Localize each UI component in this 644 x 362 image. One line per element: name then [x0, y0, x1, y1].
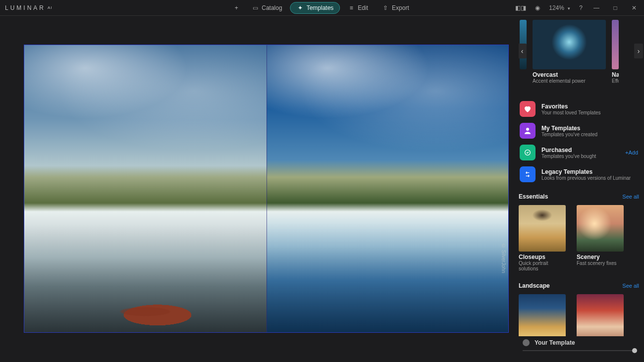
essentials-see-all[interactable]: See all [622, 194, 639, 200]
template-indicator-icon [523, 339, 530, 346]
group-legacy[interactable]: Legacy Templates Looks from previous ver… [520, 166, 642, 182]
zoom-value: 124% [549, 4, 564, 11]
your-template-row[interactable]: Your Template [523, 339, 637, 346]
carousel-next-sliver[interactable]: Na Effo [612, 20, 619, 84]
folder-icon: ▭ [252, 4, 259, 11]
section-head-landscape: Landscape See all [519, 282, 644, 289]
group-purchased[interactable]: Purchased Templates you've bought +Add [520, 145, 642, 160]
template-card-title: Closeups [519, 254, 566, 260]
window-maximize[interactable]: □ [610, 4, 620, 11]
essentials-row: Closeups Quick portrait solutions Scener… [519, 205, 644, 271]
chevron-down-icon: ▾ [568, 6, 570, 11]
brand-text: LUMINAR [5, 4, 46, 11]
heart-icon [520, 101, 536, 117]
template-card-scenery[interactable]: Scenery Fast scenery fixes [577, 205, 624, 271]
template-card-big-city-lights[interactable]: Big City Lights [519, 294, 566, 336]
templates-label: Templates [307, 4, 334, 11]
toolbar-center: + ▭ Catalog ✦ Templates ≡ Edit ⇧ Export [229, 2, 415, 14]
export-button[interactable]: ⇧ Export [376, 2, 415, 13]
help-icon[interactable]: ? [579, 4, 583, 11]
group-title: Legacy Templates [541, 168, 631, 175]
carousel-card-title: Overcast [533, 71, 606, 78]
group-title: My Templates [541, 125, 597, 132]
your-template-label: Your Template [535, 339, 575, 346]
carousel-peek-sub: Effo [612, 78, 619, 84]
window-minimize[interactable]: — [591, 4, 601, 11]
template-thumb [577, 294, 624, 336]
carousel-next[interactable]: › [634, 44, 643, 58]
export-label: Export [392, 4, 409, 11]
carousel-card-sub: Accent elemental power [533, 78, 606, 84]
edit-button[interactable]: ≡ Edit [342, 2, 374, 13]
template-thumb [519, 205, 566, 252]
watermark: © SilverJohn [501, 243, 506, 273]
group-title: Favorites [541, 103, 601, 110]
templates-panel: ‹ Overcast Accent elemental power Na Eff… [519, 16, 644, 362]
carousel-prev[interactable]: ‹ [519, 44, 527, 58]
toolbar: LUMINAR AI + ▭ Catalog ✦ Templates ≡ Edi… [0, 0, 644, 16]
group-sub: Looks from previous versions of Luminar [541, 175, 631, 181]
edit-label: Edit [358, 4, 368, 11]
carousel-peek-title: Na [612, 71, 619, 78]
group-sub: Your most loved Templates [541, 110, 601, 115]
compare-before [24, 45, 267, 332]
group-sub: Templates you've created [541, 132, 597, 137]
template-strength-slider[interactable] [523, 350, 637, 351]
catalog-button[interactable]: ▭ Catalog [246, 2, 288, 13]
template-card-closeups[interactable]: Closeups Quick portrait solutions [519, 205, 566, 271]
carousel-card-overcast[interactable]: Overcast Accent elemental power [533, 20, 606, 84]
canvas-area: © SilverJohn [0, 16, 519, 362]
purchased-add-link[interactable]: +Add [625, 150, 638, 155]
template-card-sub: Fast scenery fixes [577, 260, 624, 266]
image-compare-canvas[interactable]: © SilverJohn [24, 45, 509, 333]
compare-icon[interactable]: ◧◨ [515, 4, 526, 11]
user-icon [520, 123, 536, 139]
sparkle-icon: ✦ [297, 4, 304, 11]
compare-split-handle[interactable] [267, 45, 267, 332]
cart-icon [520, 145, 536, 160]
template-groups: Favorites Your most loved Templates My T… [519, 101, 644, 182]
landscape-row: Big City Lights Sunsets [519, 294, 644, 336]
slider-handle[interactable] [632, 348, 637, 353]
window-close[interactable]: ✕ [629, 4, 639, 11]
landscape-see-all[interactable]: See all [622, 283, 639, 289]
eye-icon[interactable]: ◉ [535, 4, 540, 11]
app-logo: LUMINAR AI [5, 4, 53, 11]
recommend-carousel: ‹ Overcast Accent elemental power Na Eff… [519, 20, 644, 89]
compare-after [267, 45, 509, 332]
brand-sup: AI [48, 5, 53, 10]
after-image [267, 45, 509, 332]
group-my-templates[interactable]: My Templates Templates you've created [520, 123, 642, 139]
swap-icon [520, 166, 536, 182]
group-title: Purchased [541, 147, 596, 154]
section-title: Essentials [519, 193, 548, 200]
main: © SilverJohn ‹ Overcast Accent elemental… [0, 16, 644, 362]
template-card-title: Scenery [577, 254, 624, 260]
templates-button[interactable]: ✦ Templates [290, 2, 340, 14]
zoom-control[interactable]: 124% ▾ [549, 4, 570, 11]
group-sub: Templates you've bought [541, 154, 596, 159]
template-thumb [519, 294, 566, 336]
before-scene [24, 160, 267, 332]
panel-scroll[interactable]: ‹ Overcast Accent elemental power Na Eff… [519, 20, 644, 336]
template-card-sub: Quick portrait solutions [519, 260, 566, 271]
template-card-sunsets[interactable]: Sunsets [577, 294, 624, 336]
catalog-label: Catalog [262, 4, 282, 11]
toolbar-right: ◧◨ ◉ 124% ▾ ? — □ ✕ [515, 4, 639, 11]
add-button[interactable]: + [229, 2, 244, 13]
section-title: Landscape [519, 282, 550, 289]
svg-point-0 [526, 128, 529, 131]
carousel-thumb [533, 20, 606, 69]
template-thumb [577, 205, 624, 252]
section-head-essentials: Essentials See all [519, 193, 644, 200]
plus-icon: + [233, 4, 240, 11]
group-favorites[interactable]: Favorites Your most loved Templates [520, 101, 642, 117]
export-icon: ⇧ [382, 4, 389, 11]
sliders-icon: ≡ [348, 4, 355, 11]
panel-footer: Your Template [519, 336, 644, 362]
